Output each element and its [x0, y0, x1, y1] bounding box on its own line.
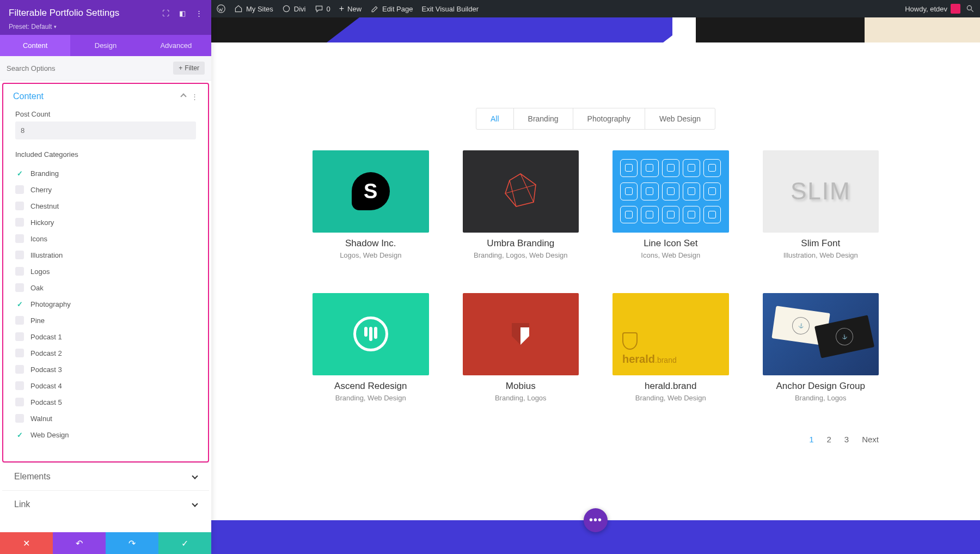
expand-icon[interactable]: ⛶: [162, 9, 169, 17]
page-number[interactable]: 1: [809, 435, 813, 444]
portfolio-thumbnail[interactable]: [612, 150, 729, 233]
page-number[interactable]: 3: [844, 435, 849, 444]
checkbox[interactable]: [15, 300, 24, 308]
category-label: Logos: [30, 267, 50, 276]
preset-selector[interactable]: Preset: Default▾: [9, 23, 203, 31]
checkbox[interactable]: [15, 267, 24, 276]
kebab-menu-icon[interactable]: ⋮: [195, 9, 203, 17]
portfolio-thumbnail[interactable]: [463, 293, 579, 375]
pagination: 123Next: [313, 435, 879, 444]
checkbox[interactable]: [15, 332, 24, 341]
checkbox[interactable]: [15, 202, 24, 210]
checkbox[interactable]: [15, 316, 24, 325]
panel-title: Filterable Portfolio Settings: [9, 8, 119, 19]
checkbox[interactable]: [15, 349, 24, 357]
portfolio-thumbnail[interactable]: [313, 293, 429, 375]
portfolio-item-meta: Logos, Web Design: [313, 251, 429, 259]
category-item[interactable]: Podcast 1: [15, 328, 196, 345]
section-menu-icon[interactable]: ⋮: [191, 93, 198, 101]
category-item[interactable]: Logos: [15, 263, 196, 279]
checkbox[interactable]: [15, 398, 24, 406]
undo-button[interactable]: ↶: [53, 532, 106, 554]
cancel-button[interactable]: ✕: [0, 532, 53, 554]
category-item[interactable]: Icons: [15, 230, 196, 247]
portfolio-item[interactable]: SLIM Slim Font Illustration, Web Design: [763, 150, 879, 259]
portfolio-item[interactable]: ⚓⚓ Anchor Design Group Branding, Logos: [763, 293, 879, 402]
checkbox[interactable]: [15, 218, 24, 227]
tab-content[interactable]: Content: [0, 35, 70, 56]
search-icon[interactable]: [966, 4, 975, 13]
checkbox[interactable]: [15, 430, 24, 439]
categories-label: Included Categories: [3, 146, 208, 162]
tab-advanced[interactable]: Advanced: [141, 35, 211, 56]
category-item[interactable]: Illustration: [15, 247, 196, 263]
filter-tab[interactable]: Web Design: [645, 108, 715, 129]
portfolio-item[interactable]: Mobius Branding, Logos: [463, 293, 579, 402]
elements-section-header[interactable]: Elements: [2, 462, 209, 490]
checkbox[interactable]: [15, 365, 24, 374]
category-item[interactable]: Web Design: [15, 427, 196, 443]
save-button[interactable]: ✓: [158, 532, 211, 554]
checkbox[interactable]: [15, 283, 24, 292]
wordpress-logo-icon[interactable]: [217, 4, 225, 13]
category-item[interactable]: Podcast 4: [15, 378, 196, 394]
portfolio-thumbnail[interactable]: herald.brand: [612, 293, 729, 375]
user-greeting[interactable]: Howdy, etdev: [905, 4, 960, 14]
portfolio-item-meta: Branding, Logos: [463, 394, 579, 402]
filter-tab[interactable]: Branding: [514, 108, 573, 129]
portfolio-thumbnail[interactable]: SLIM: [763, 150, 879, 233]
checkbox[interactable]: [15, 185, 24, 194]
checkbox[interactable]: [15, 234, 24, 243]
portfolio-thumbnail[interactable]: [463, 150, 579, 233]
portfolio-thumbnail[interactable]: ⚓⚓: [763, 293, 879, 375]
category-item[interactable]: Pine: [15, 312, 196, 328]
category-item[interactable]: Photography: [15, 296, 196, 312]
builder-fab-button[interactable]: •••: [584, 508, 608, 532]
dock-icon[interactable]: ◧: [179, 9, 186, 17]
category-item[interactable]: Cherry: [15, 181, 196, 198]
edit-page-link[interactable]: Edit Page: [370, 4, 413, 13]
checkbox[interactable]: [15, 414, 24, 423]
portfolio-item[interactable]: Line Icon Set Icons, Web Design: [612, 150, 729, 259]
portfolio-item[interactable]: herald.brand herald.brand Branding, Web …: [612, 293, 729, 402]
category-item[interactable]: Chestnut: [15, 198, 196, 214]
filter-tab[interactable]: Photography: [573, 108, 645, 129]
hero-strip: [211, 17, 980, 42]
portfolio-item[interactable]: Ascend Redesign Branding, Web Design: [313, 293, 429, 402]
portfolio-item-title: Slim Font: [763, 238, 879, 249]
category-item[interactable]: Oak: [15, 279, 196, 296]
category-item[interactable]: Walnut: [15, 410, 196, 427]
category-item[interactable]: Podcast 2: [15, 345, 196, 361]
checkbox[interactable]: [15, 251, 24, 259]
checkbox[interactable]: [15, 381, 24, 390]
page-next[interactable]: Next: [862, 435, 879, 444]
portfolio-item[interactable]: S Shadow Inc. Logos, Web Design: [313, 150, 429, 259]
redo-button[interactable]: ↷: [106, 532, 158, 554]
portfolio-item[interactable]: Umbra Branding Branding, Logos, Web Desi…: [463, 150, 579, 259]
post-count-input[interactable]: [15, 121, 196, 139]
checkbox[interactable]: [15, 169, 24, 178]
category-item[interactable]: Podcast 5: [15, 394, 196, 410]
category-item[interactable]: Branding: [15, 165, 196, 181]
link-section-header[interactable]: Link: [2, 490, 209, 518]
comments-link[interactable]: 0: [315, 4, 330, 13]
page-number[interactable]: 2: [826, 435, 831, 444]
chevron-up-icon[interactable]: [180, 93, 186, 99]
category-item[interactable]: Podcast 3: [15, 361, 196, 378]
portfolio-thumbnail[interactable]: S: [313, 150, 429, 233]
search-options-input[interactable]: [7, 62, 169, 75]
divi-link[interactable]: Divi: [282, 4, 306, 13]
content-section-header[interactable]: Content ⋮: [3, 84, 208, 106]
tab-design[interactable]: Design: [70, 35, 140, 56]
panel-header: Filterable Portfolio Settings ⛶ ◧ ⋮ Pres…: [0, 0, 211, 35]
filter-button[interactable]: +Filter: [173, 62, 205, 75]
category-label: Photography: [30, 300, 71, 308]
new-link[interactable]: +New: [339, 4, 362, 14]
filter-tab[interactable]: All: [476, 108, 514, 129]
exit-builder-link[interactable]: Exit Visual Builder: [421, 5, 479, 13]
category-label: Cherry: [30, 186, 52, 194]
my-sites-link[interactable]: My Sites: [234, 4, 273, 13]
search-row: +Filter: [0, 56, 211, 81]
category-item[interactable]: Hickory: [15, 214, 196, 230]
category-label: Podcast 1: [30, 333, 62, 341]
